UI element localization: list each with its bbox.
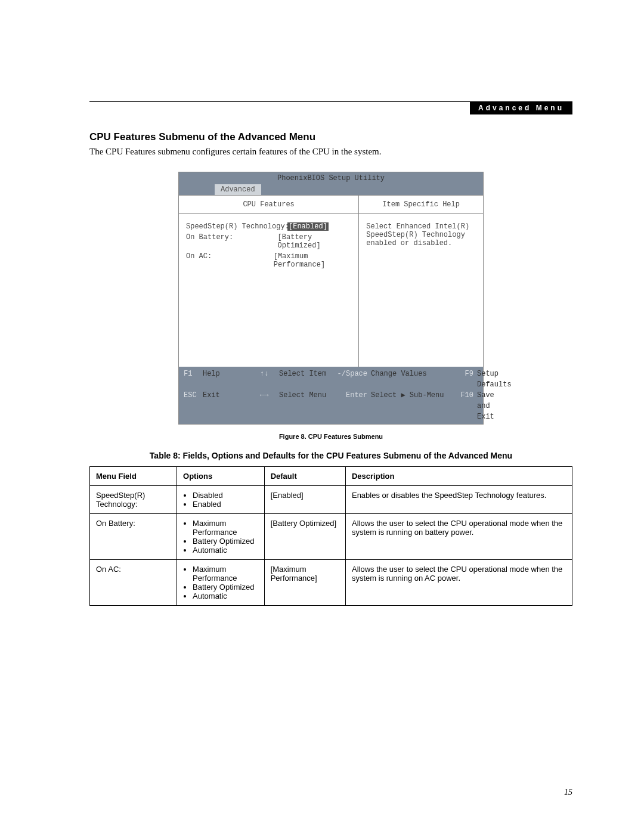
- bios-key-label: Help: [203, 368, 256, 390]
- option-item: Maximum Performance: [193, 565, 258, 583]
- cell-description: Allows the user to select the CPU operat…: [345, 514, 572, 560]
- bios-key: -/Space: [336, 368, 367, 390]
- bios-help-header: Item Specific Help: [359, 196, 483, 214]
- cell-options: Maximum Performance Battery Optimized Au…: [177, 560, 265, 606]
- option-item: Battery Optimized: [193, 583, 258, 592]
- table-caption: Table 8: Fields, Options and Defaults fo…: [89, 451, 572, 460]
- bios-key-label: Select ▶ Sub-Menu: [371, 390, 454, 422]
- figure-caption: Figure 8. CPU Features Submenu: [89, 433, 572, 440]
- bios-value: [Battery Optimized]: [278, 233, 352, 250]
- bios-label: On AC:: [186, 252, 274, 269]
- cell-field: SpeedStep(R) Technology:: [90, 486, 177, 514]
- cell-field: On Battery:: [90, 514, 177, 560]
- bios-key-label: Select Menu: [279, 390, 333, 422]
- bios-key: ↑↓: [260, 368, 275, 390]
- bios-key-label: Change Values: [371, 368, 454, 390]
- page-number: 15: [564, 788, 572, 797]
- section-badge: Advanced Menu: [470, 101, 572, 114]
- bios-row-on-ac: On AC: [Maximum Performance]: [186, 252, 351, 269]
- bios-row-speedstep: SpeedStep(R) Technology: [Enabled]: [186, 222, 351, 231]
- bios-key-label: Save and Exit: [477, 390, 494, 422]
- bios-key: ESC: [184, 390, 199, 422]
- bios-footer-row-1: F1Help ↑↓Select Item -/SpaceChange Value…: [184, 368, 478, 390]
- bios-key-label: Exit: [203, 390, 256, 422]
- table-header: Menu Field: [90, 467, 177, 486]
- bios-row-on-battery: On Battery: [Battery Optimized]: [186, 233, 351, 250]
- bios-footer-row-2: ESCExit ←→Select Menu EnterSelect ▶ Sub-…: [184, 390, 478, 422]
- cell-field: On AC:: [90, 560, 177, 606]
- page: Advanced Menu CPU Features Submenu of th…: [0, 0, 644, 833]
- bios-key: F10: [458, 390, 473, 422]
- cell-default: [Maximum Performance]: [264, 560, 345, 606]
- cell-description: Allows the user to select the CPU operat…: [345, 560, 572, 606]
- bios-title: PhoenixBIOS Setup Utility: [179, 172, 483, 184]
- cell-description: Enables or disables the SpeedStep Techno…: [345, 486, 572, 514]
- bios-tab-advanced: Advanced: [215, 184, 261, 195]
- bios-left-header: CPU Features: [179, 196, 358, 214]
- table-header: Options: [177, 467, 265, 486]
- bios-label: SpeedStep(R) Technology:: [186, 222, 287, 231]
- table-row: On Battery: Maximum Performance Battery …: [90, 514, 572, 560]
- bios-key-label: Select Item: [279, 368, 333, 390]
- heading: CPU Features Submenu of the Advanced Men…: [89, 131, 572, 143]
- bios-key: Enter: [336, 390, 367, 422]
- option-item: Enabled: [193, 500, 258, 509]
- bios-tab-row: Advanced: [179, 184, 483, 195]
- table-row: SpeedStep(R) Technology: Disabled Enable…: [90, 486, 572, 514]
- intro-paragraph: The CPU Features submenu configures cert…: [89, 147, 572, 157]
- table-8: Menu Field Options Default Description S…: [89, 466, 572, 606]
- table-header: Description: [345, 467, 572, 486]
- bios-label: On Battery:: [186, 233, 278, 250]
- option-item: Maximum Performance: [193, 519, 258, 537]
- option-item: Automatic: [193, 592, 258, 600]
- bios-key: F9: [458, 368, 473, 390]
- bios-value: [Maximum Performance]: [274, 252, 352, 269]
- bios-key: F1: [184, 368, 199, 390]
- bios-screenshot: PhoenixBIOS Setup Utility Advanced CPU F…: [178, 172, 484, 425]
- cell-options: Disabled Enabled: [177, 486, 265, 514]
- bios-key: ←→: [260, 390, 275, 422]
- bios-value-selected: [Enabled]: [287, 222, 329, 231]
- table-header: Default: [264, 467, 345, 486]
- bios-help-text: Select Enhanced Intel(R) SpeedStep(R) Te…: [359, 214, 483, 256]
- table-row: On AC: Maximum Performance Battery Optim…: [90, 560, 572, 606]
- cell-default: [Enabled]: [264, 486, 345, 514]
- option-item: Disabled: [193, 491, 258, 500]
- bios-footer: F1Help ↑↓Select Item -/SpaceChange Value…: [179, 367, 483, 424]
- cell-default: [Battery Optimized]: [264, 514, 345, 560]
- bios-key-label: Setup Defaults: [477, 368, 512, 390]
- option-item: Battery Optimized: [193, 537, 258, 546]
- option-item: Automatic: [193, 546, 258, 555]
- cell-options: Maximum Performance Battery Optimized Au…: [177, 514, 265, 560]
- bios-settings-list: SpeedStep(R) Technology: [Enabled] On Ba…: [179, 214, 358, 367]
